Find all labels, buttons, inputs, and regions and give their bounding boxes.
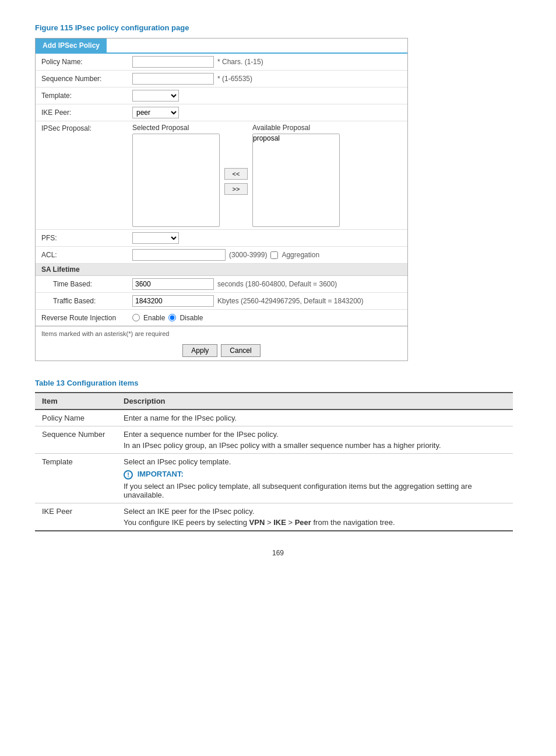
ike-peer-label: IKE Peer:	[36, 106, 129, 120]
ipsec-proposal-area: Selected Proposal << >> Available Propos…	[129, 121, 407, 229]
template-desc-line1: Select an IPsec policy template.	[124, 457, 506, 466]
template-control	[129, 88, 407, 104]
rri-control: Enable Disable	[129, 312, 407, 324]
rri-enable-radio[interactable]	[132, 314, 140, 321]
seq-desc-line2: In an IPsec policy group, an IPsec polic…	[124, 441, 506, 450]
table-desc-seq: Enter a sequence number for the IPsec po…	[117, 426, 513, 454]
seq-number-control: * (1-65535)	[129, 71, 407, 87]
cancel-button[interactable]: Cancel	[221, 344, 260, 357]
template-important-block: ! IMPORTANT:	[124, 470, 506, 480]
important-label: IMPORTANT:	[138, 470, 184, 478]
table-item-policy-name: Policy Name	[35, 410, 117, 426]
table-row: IKE Peer Select an IKE peer for the IPse…	[35, 503, 513, 531]
acl-label: ACL:	[36, 248, 129, 262]
config-table: Item Description Policy Name Enter a nam…	[35, 392, 513, 531]
time-based-input[interactable]	[132, 278, 214, 290]
proposal-arrow-buttons: << >>	[224, 124, 248, 227]
form-footer-buttons: Apply Cancel	[36, 341, 407, 360]
available-proposal-column: Available Proposal proposal	[252, 124, 340, 227]
move-right-button[interactable]: >>	[224, 183, 248, 195]
important-icon: !	[124, 470, 133, 480]
time-based-hint: seconds (180-604800, Default = 3600)	[217, 280, 337, 288]
time-based-row: Time Based: seconds (180-604800, Default…	[36, 276, 407, 293]
page-number: 169	[35, 549, 521, 557]
sa-lifetime-header: SA Lifetime	[36, 264, 407, 276]
traffic-based-control: Kbytes (2560-4294967295, Default = 18432…	[129, 293, 407, 309]
seq-number-label: Sequence Number:	[36, 72, 129, 86]
time-based-control: seconds (180-604800, Default = 3600)	[129, 276, 407, 292]
rri-disable-radio[interactable]	[168, 314, 176, 321]
available-proposal-label: Available Proposal	[252, 124, 340, 132]
acl-row: ACL: (3000-3999) Aggregation	[36, 247, 407, 264]
table-header-row: Item Description	[35, 393, 513, 410]
table-row: Sequence Number Enter a sequence number …	[35, 426, 513, 454]
ike-peer-desc-line2: You configure IKE peers by selecting VPN…	[124, 518, 506, 527]
pfs-label: PFS:	[36, 231, 129, 245]
rri-enable-label: Enable	[143, 314, 165, 322]
form-tab[interactable]: Add IPSec Policy	[36, 38, 107, 52]
policy-name-label: Policy Name:	[36, 55, 129, 69]
table-item-template: Template	[35, 454, 117, 503]
aggregation-checkbox[interactable]	[270, 251, 278, 259]
proposal-option[interactable]: proposal	[253, 134, 339, 142]
policy-name-row: Policy Name: * Chars. (1-15)	[36, 54, 407, 71]
seq-number-input[interactable]	[132, 73, 214, 85]
template-label: Template:	[36, 89, 129, 103]
template-row: Template:	[36, 88, 407, 104]
ike-peer-desc-line1: Select an IKE peer for the IPsec policy.	[124, 507, 506, 516]
traffic-based-label: Traffic Based:	[36, 294, 129, 308]
policy-name-control: * Chars. (1-15)	[129, 54, 407, 70]
table-item-ike-peer: IKE Peer	[35, 503, 117, 531]
rri-disable-label: Disable	[180, 314, 203, 322]
table-desc-policy-name: Enter a name for the IPsec policy.	[117, 410, 513, 426]
ipsec-proposal-row: IPSec Proposal: Selected Proposal << >> …	[36, 121, 407, 230]
acl-hint: (3000-3999)	[229, 251, 267, 259]
table-row: Template Select an IPsec policy template…	[35, 454, 513, 503]
form-footer-note: Items marked with an asterisk(*) are req…	[36, 326, 407, 341]
move-left-button[interactable]: <<	[224, 168, 248, 180]
traffic-based-row: Traffic Based: Kbytes (2560-4294967295, …	[36, 293, 407, 310]
pfs-row: PFS:	[36, 230, 407, 247]
acl-control: (3000-3999) Aggregation	[129, 247, 407, 263]
seq-number-row: Sequence Number: * (1-65535)	[36, 71, 407, 88]
col-item-header: Item	[35, 393, 117, 410]
policy-name-hint: * Chars. (1-15)	[217, 58, 263, 66]
seq-desc-line1: Enter a sequence number for the IPsec po…	[124, 430, 506, 439]
ike-peer-control: peer	[129, 104, 407, 121]
apply-button[interactable]: Apply	[182, 344, 217, 357]
policy-name-input[interactable]	[132, 56, 214, 68]
time-based-label: Time Based:	[36, 277, 129, 291]
ipsec-proposal-label: IPSec Proposal:	[36, 121, 129, 229]
acl-input[interactable]	[132, 249, 226, 261]
traffic-based-input[interactable]	[132, 295, 214, 307]
col-desc-header: Description	[117, 393, 513, 410]
template-select[interactable]	[132, 90, 179, 102]
aggregation-label: Aggregation	[281, 251, 319, 259]
selected-proposal-label: Selected Proposal	[132, 124, 220, 132]
traffic-based-hint: Kbytes (2560-4294967295, Default = 18432…	[217, 297, 364, 305]
available-proposal-list[interactable]: proposal	[252, 134, 340, 227]
pfs-control	[129, 230, 407, 246]
selected-proposal-list[interactable]	[132, 134, 220, 227]
table-row: Policy Name Enter a name for the IPsec p…	[35, 410, 513, 426]
ipsec-policy-form: Add IPSec Policy Policy Name: * Chars. (…	[35, 38, 408, 361]
figure-title: Figure 115 IPsec policy configuration pa…	[35, 23, 521, 32]
table-title: Table 13 Configuration items	[35, 379, 521, 387]
pfs-select[interactable]	[132, 232, 179, 244]
table-desc-template: Select an IPsec policy template. ! IMPOR…	[117, 454, 513, 503]
rri-label: Reverse Route Injection	[36, 311, 129, 325]
rri-row: Reverse Route Injection Enable Disable	[36, 310, 407, 326]
seq-number-hint: * (1-65535)	[217, 75, 252, 83]
template-important-note: If you select an IPsec policy template, …	[124, 482, 506, 499]
ike-peer-row: IKE Peer: peer	[36, 104, 407, 121]
table-item-seq: Sequence Number	[35, 426, 117, 454]
ike-peer-select[interactable]: peer	[132, 107, 179, 118]
selected-proposal-column: Selected Proposal	[132, 124, 220, 227]
rri-radio-group: Enable Disable	[132, 314, 203, 322]
table-desc-ike-peer: Select an IKE peer for the IPsec policy.…	[117, 503, 513, 531]
form-body: Policy Name: * Chars. (1-15) Sequence Nu…	[36, 52, 407, 360]
